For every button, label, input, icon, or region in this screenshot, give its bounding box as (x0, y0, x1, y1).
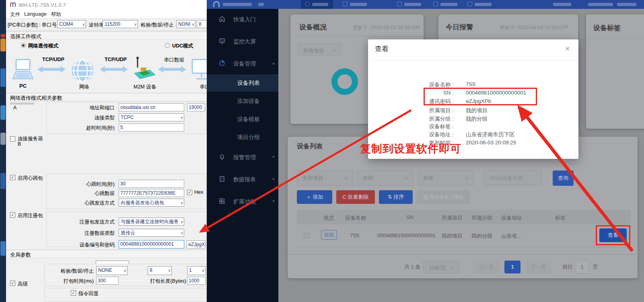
search-button[interactable]: 查询 (553, 171, 574, 186)
nav-item[interactable] (338, 0, 374, 9)
nav-icon (467, 2, 472, 6)
pack-len-field[interactable]: 1000 (187, 277, 206, 285)
table-row[interactable] (297, 224, 631, 247)
desktop-icon-fragment (0, 133, 6, 145)
server-port-field[interactable]: 15000 (187, 103, 205, 111)
udc-mode-radio[interactable] (165, 43, 170, 48)
register-mode-select[interactable]: 与服务器建立连接时向服务∨ (119, 218, 184, 226)
nav-right-item[interactable] (588, 3, 613, 6)
goto-page-input[interactable]: 1 (575, 261, 589, 273)
server-b-checkbox[interactable] (10, 136, 15, 142)
nav-label (350, 3, 367, 6)
register-type-select[interactable]: 透传云∨ (119, 229, 184, 237)
page-1-button[interactable]: 1 (504, 261, 521, 273)
nav-item-active[interactable] (301, 0, 333, 9)
menu-file[interactable]: 文件 (10, 11, 20, 18)
caret-down-icon: ▼ (465, 177, 469, 181)
global-stopbits-select[interactable]: 1∨ (187, 266, 206, 275)
heartbeat-enable-checkbox[interactable]: ✓ (10, 175, 15, 180)
com-port-select[interactable]: COM4∨ (57, 20, 86, 28)
refresh-icon[interactable]: ⟳ (564, 24, 568, 30)
nav-right-item[interactable] (553, 3, 571, 6)
menu-language[interactable]: Language (24, 11, 47, 17)
global-databits-select[interactable]: 8∨ (148, 266, 172, 275)
search-input[interactable]: SN或设备名称 (484, 171, 542, 186)
project-filter-select[interactable]: 所有项目 ▼ (298, 43, 341, 55)
sort-button[interactable]: ⇅ 排序 (379, 190, 413, 204)
sidebar-item-project-group[interactable]: 项目分组 (237, 134, 260, 141)
close-icon[interactable]: ✕ (565, 45, 570, 53)
parity-select[interactable]: NONI∨ (176, 20, 195, 28)
register-type-label: 注册数据类型 (56, 230, 115, 237)
tag-filter[interactable]: 标签 ▼ (418, 171, 474, 186)
databits-select[interactable]: 8∨ (197, 20, 207, 28)
conn-type-select[interactable]: TCPC∨ (119, 113, 184, 121)
next-page-button[interactable]: 下一页 (526, 261, 551, 273)
nav-icon (433, 2, 438, 6)
timeout-field[interactable]: 5 (119, 123, 184, 131)
plus-icon: ＋ (306, 194, 313, 200)
baud-select[interactable]: 115200∨ (103, 20, 138, 28)
page-size-select[interactable]: 10条/页 ▼ (423, 261, 459, 273)
heartbeat-time-field[interactable]: 30 (119, 180, 184, 188)
sidebar-item-alarm-management[interactable]: 报警管理 (233, 154, 256, 161)
menu-help[interactable]: 帮助 (51, 11, 61, 18)
batch-delete-button[interactable]: C 批量删除 (336, 190, 375, 204)
device-management-icon (219, 60, 225, 66)
network-globe-icon (71, 59, 94, 82)
chevron-down-icon: ∨ (82, 21, 85, 28)
sidebar-item-quickstart[interactable]: 快速入门 (233, 16, 256, 23)
global-parity-select[interactable]: NONE∨ (96, 266, 128, 275)
sidebar: 快速入门 监控大屏 设备管理 ▲ 设备列表 添加设备 设备模板 项目分组 报警管… (207, 9, 278, 302)
refresh-icon[interactable]: ⟳ (416, 24, 420, 30)
serial-params-label: [PC串口参数] : 串口号 (8, 22, 57, 29)
brand-text (223, 3, 252, 6)
link3-label: 串口数据 (164, 57, 184, 64)
project-filter[interactable]: 全部项目 ▼ (297, 171, 353, 186)
advanced-label: 高级 (18, 281, 28, 288)
row-checkbox[interactable] (304, 233, 309, 238)
sidebar-item-bigscreen[interactable]: 监控大屏 (233, 38, 256, 45)
caret-down-icon: ▼ (332, 48, 336, 52)
heartbeat-mode-select[interactable]: 向服务器发送心跳包∨ (119, 199, 184, 207)
sidebar-item-extensions[interactable]: 扩展功能 (233, 198, 256, 205)
col-group: 所属分组 (471, 214, 492, 222)
register-enable-checkbox[interactable]: ✓ (10, 212, 15, 218)
pack-time-field[interactable]: 300 (96, 277, 119, 285)
advanced-checkbox[interactable]: ✓ (10, 281, 15, 286)
nav-item[interactable] (428, 0, 465, 9)
echo-checkbox[interactable]: ✓ (71, 290, 76, 296)
sidebar-item-add-device[interactable]: 添加设备 (237, 98, 260, 105)
sidebar-item-device-list[interactable]: 设备列表 (237, 80, 260, 87)
nav-icon (397, 2, 402, 6)
heartbeat-data-field[interactable]: 7777772E7573722E636E (119, 189, 184, 197)
sidebar-item-data-report[interactable]: 数据报表 (233, 176, 256, 183)
nav-item[interactable] (392, 0, 428, 9)
register-enable-label: 启用注册包 (18, 212, 43, 219)
device-password-field[interactable]: eZJpgXPb (187, 240, 206, 249)
chevron-down-icon: ∨ (134, 21, 137, 28)
sidebar-item-device-template[interactable]: 设备模板 (237, 116, 260, 123)
sidebar-item-device-management[interactable]: 设备管理 (233, 60, 256, 68)
modal-divider (368, 60, 578, 61)
chevron-down-icon: ▼ (272, 199, 275, 203)
select-all-checkbox[interactable] (304, 214, 309, 220)
prev-page-button[interactable]: 上一页 (474, 261, 499, 273)
chevron-down-icon: ∨ (191, 21, 194, 28)
add-button[interactable]: ＋ 添加 (297, 190, 332, 204)
cell-address: 山东省... (501, 232, 521, 240)
hamburger-icon[interactable] (258, 3, 264, 6)
desktop-icon-fragment (0, 34, 6, 38)
window-titlebar[interactable]: WH-LTE-7S5 V1.0.7 (6, 0, 207, 10)
status-filter[interactable]: 全部 ▼ (357, 171, 414, 186)
cell-sn: 00048981000000000001 (377, 232, 436, 238)
nav-item[interactable] (463, 0, 499, 9)
server-addr-field[interactable]: clouddata.usr.cn (119, 103, 184, 111)
hex-checkbox[interactable]: ✓ (187, 190, 192, 195)
nav-right-item[interactable] (617, 3, 636, 6)
device-id-field[interactable]: 00048981000000000001 (119, 240, 184, 249)
modal-label: 所属项目 : (378, 107, 454, 114)
net-mode-radio[interactable] (21, 43, 26, 48)
heartbeat-enable-label: 启用心跳包 (18, 175, 43, 182)
server-b-label1: 连接服务器 (18, 136, 43, 142)
